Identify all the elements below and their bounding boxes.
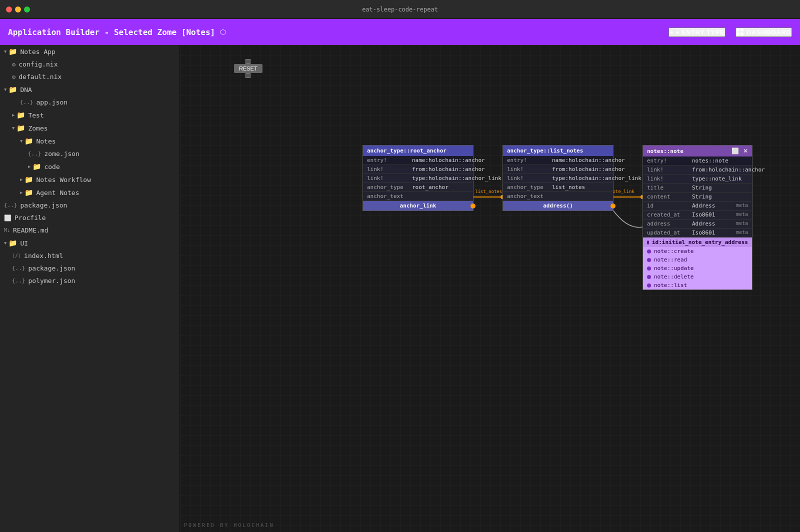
sidebar-item-default-nix[interactable]: ⚙ default.nix (0, 70, 180, 83)
sidebar-item-config-nix[interactable]: ⚙ config.nix (0, 58, 180, 70)
node-row: title String (643, 184, 752, 192)
sidebar-item-readme[interactable]: M↓ README.md (0, 224, 180, 236)
id-dot (647, 240, 649, 244)
sidebar-item-dna[interactable]: ▼ 📁 DNA (0, 83, 180, 96)
titlebar: eat-sleep-code-repeat (0, 0, 800, 19)
arrow-icon: ▶ (20, 190, 22, 195)
sidebar-label: polymer.json (28, 277, 76, 284)
node-row: entry! name:holochain::anchor (363, 156, 473, 165)
action-dot (647, 250, 651, 254)
node-row: updated_at Iso8601 meta (643, 228, 752, 238)
node-row: id Address meta (643, 202, 752, 210)
node-row: entry! notes::note (643, 156, 752, 166)
entry-type-label: + ENTRY TYPE (676, 28, 724, 36)
sidebar-label: index.html (24, 252, 63, 260)
folder-icon: 📁 (16, 111, 25, 119)
arrow-icon: ▶ (28, 164, 30, 169)
sidebar-label: Agent Notes (36, 189, 79, 196)
node-footer-anchor-root[interactable]: anchor_link (363, 201, 473, 210)
action-label: note::create (654, 248, 694, 254)
folder-icon: 📁 (8, 48, 17, 56)
reset-bottom-connector (246, 73, 250, 78)
action-row: note::delete (643, 272, 752, 281)
sidebar-item-zomes[interactable]: ▼ 📁 Zomes (0, 122, 180, 134)
action-label: note::delete (654, 274, 694, 280)
dashboard-icon (736, 28, 744, 36)
node-actions: note::create note::read note::update not… (643, 247, 752, 290)
output-port-anchor-list (610, 204, 616, 208)
arrow-icon: ▼ (20, 138, 22, 144)
sidebar-label: Zomes (28, 124, 48, 132)
node-anchor-list[interactable]: anchor_type::list_notes entry! name:holo… (502, 145, 614, 211)
action-dot (647, 258, 651, 262)
app-header: Application Builder - Selected Zome [Not… (0, 19, 800, 45)
action-label: note::read (654, 256, 687, 263)
node-notes-note[interactable]: notes::note ⬜ ✕ entry! notes::note link!… (642, 145, 752, 290)
sidebar-item-package-json-ui[interactable]: {..} package.json (0, 262, 180, 274)
sidebar-label: Test (28, 112, 44, 119)
maximize-icon[interactable]: ⬜ (732, 148, 739, 154)
action-row: note::read (643, 256, 752, 264)
node-title-anchor-list: anchor_type::list_notes (507, 148, 583, 154)
folder-icon: 📁 (8, 239, 17, 247)
node-header-notes: notes::note ⬜ ✕ (643, 146, 752, 156)
node-footer-anchor-list[interactable]: address() (503, 201, 613, 210)
sidebar-item-procfile[interactable]: ⬜ Procfile (0, 212, 180, 224)
node-row: anchor_text (503, 192, 613, 201)
sidebar-label: Procfile (14, 214, 46, 222)
folder-icon: 📁 (24, 176, 33, 184)
sidebar-label: Notes (36, 138, 56, 145)
json-icon: {..} (28, 150, 42, 157)
window-title: eat-sleep-code-repeat (362, 6, 438, 13)
canvas[interactable]: list_notes note_link RESET anchor_type::… (180, 45, 800, 532)
arrow-icon: ▼ (12, 126, 14, 130)
sidebar-label: DNA (20, 86, 32, 94)
entry-type-button[interactable]: + + ENTRY TYPE (668, 28, 726, 37)
sidebar-item-index-html[interactable]: ⟨/⟩ index.html (0, 250, 180, 262)
save-icon[interactable]: ⬡ (220, 28, 226, 36)
gear-icon: ⚙ (12, 61, 16, 68)
minimize-button[interactable] (15, 6, 21, 12)
traffic-lights (6, 6, 30, 12)
gear-icon: ⚙ (12, 74, 16, 80)
close-node-button[interactable]: ✕ (743, 148, 748, 154)
sidebar-label: zome.json (44, 150, 80, 158)
sidebar-item-notes-app[interactable]: ▼ 📁 Notes App (0, 45, 180, 58)
action-row: note::update (643, 264, 752, 272)
node-header-anchor-list: anchor_type::list_notes (503, 146, 613, 156)
plus-icon: + (670, 28, 674, 36)
sidebar-item-package-json[interactable]: {..} package.json (0, 199, 180, 212)
sidebar-item-notes[interactable]: ▼ 📁 Notes (0, 134, 180, 148)
html-icon: ⟨/⟩ (12, 253, 21, 258)
node-row: created_at Iso8601 meta (643, 210, 752, 220)
sidebar-item-ui[interactable]: ▼ 📁 UI (0, 236, 180, 250)
sidebar-label: default.nix (18, 73, 62, 80)
maximize-button[interactable] (24, 6, 30, 12)
node-row: link! from:holochain::anchor (643, 166, 752, 174)
node-row: anchor_text (363, 192, 473, 201)
arrow-icon: ▶ (20, 177, 22, 182)
svg-text:note_link: note_link (610, 189, 634, 194)
sidebar-item-zome-json[interactable]: {..} zome.json (0, 148, 180, 160)
note-id-label: id:initial_note_entry_address (652, 239, 748, 246)
node-row: link! type:holochain::anchor_link (503, 174, 613, 183)
reset-area: RESET (234, 59, 262, 78)
node-row: link! type::note_link (643, 174, 752, 184)
sidebar-item-polymer-json[interactable]: {..} polymer.json (0, 274, 180, 287)
sidebar-item-test[interactable]: ▶ 📁 Test (0, 108, 180, 122)
sidebar-item-code[interactable]: ▶ 📁 code (0, 160, 180, 173)
arrow-icon: ▼ (4, 240, 6, 246)
dashboard-button[interactable]: DASHBOARD (736, 28, 792, 37)
action-label: note::update (654, 265, 694, 272)
close-button[interactable] (6, 6, 12, 12)
sidebar-item-agent-notes[interactable]: ▶ 📁 Agent Notes (0, 186, 180, 199)
node-anchor-root[interactable]: anchor_type::root_anchor entry! name:hol… (362, 145, 474, 211)
app-body: ▼ 📁 Notes App ⚙ config.nix ⚙ default.nix… (0, 45, 800, 532)
arrow-icon: ▶ (12, 112, 14, 118)
sidebar-label: README.md (13, 226, 48, 234)
sidebar-item-app-json[interactable]: {..} app.json (0, 96, 180, 108)
sidebar-item-notes-workflow[interactable]: ▶ 📁 Notes Workflow (0, 173, 180, 186)
reset-button[interactable]: RESET (234, 64, 262, 73)
header-right: + + ENTRY TYPE DASHBOARD (668, 28, 792, 37)
json-icon: {..} (12, 278, 26, 284)
